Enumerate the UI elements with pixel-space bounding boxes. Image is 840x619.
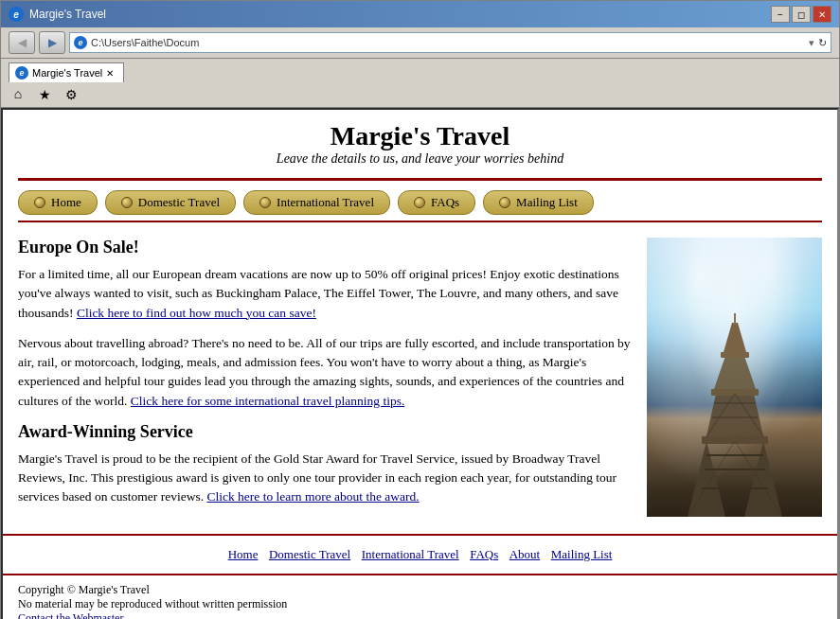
- address-ie-icon: e: [74, 36, 87, 49]
- nav-mailing[interactable]: Mailing List: [483, 190, 594, 215]
- nav-domestic[interactable]: Domestic Travel: [105, 190, 236, 215]
- favorites-icon[interactable]: ★: [35, 85, 54, 104]
- nav-home[interactable]: Home: [18, 190, 98, 215]
- footer-mailing[interactable]: Mailing List: [551, 547, 613, 561]
- toolbar-row: ⌂ ★ ⚙: [1, 82, 839, 108]
- europe-section-title: Europe On Sale!: [18, 238, 632, 257]
- svg-marker-1: [744, 441, 782, 517]
- nav-international-label: International Travel: [277, 195, 374, 210]
- main-content: Europe On Sale! For a limited time, all …: [3, 230, 837, 526]
- footer-nav: Home Domestic Travel International Trave…: [3, 534, 837, 575]
- nav-dot-domestic: [121, 197, 133, 208]
- settings-icon[interactable]: ⚙: [62, 85, 80, 104]
- site-title: Margie's Travel: [3, 121, 837, 151]
- svg-rect-2: [702, 436, 768, 444]
- europe-savings-link[interactable]: Click here to find out how much you can …: [77, 306, 316, 320]
- browser-window: e Margie's Travel − ◻ ✕ ◀ ▶ e C:\Users\F…: [0, 0, 840, 619]
- footer-domestic[interactable]: Domestic Travel: [269, 547, 350, 561]
- close-button[interactable]: ✕: [813, 6, 831, 23]
- header-divider: [18, 178, 822, 181]
- award-para: Margie's Travel is proud to be the recip…: [18, 450, 632, 507]
- tab-ie-icon: e: [15, 66, 28, 80]
- forward-button[interactable]: ▶: [39, 31, 65, 54]
- nav-domestic-label: Domestic Travel: [138, 195, 220, 210]
- nav-faqs[interactable]: FAQs: [398, 190, 475, 215]
- refresh-icon[interactable]: ↻: [818, 37, 827, 49]
- minimize-button[interactable]: −: [771, 6, 790, 23]
- restore-button[interactable]: ◻: [792, 6, 811, 23]
- nav-mailing-label: Mailing List: [516, 195, 578, 210]
- svg-rect-8: [734, 313, 736, 325]
- nav-divider: [18, 221, 822, 222]
- nav-dot-international: [259, 197, 271, 208]
- nav-dot-faqs: [414, 197, 425, 208]
- nav-home-label: Home: [51, 195, 81, 210]
- copyright-text: Copyright © Margie's Travel: [18, 583, 822, 597]
- tab-close-icon[interactable]: ✕: [106, 68, 114, 79]
- address-bar: ◀ ▶ e C:\Users\Faithe\Docum ▾ ↻: [1, 27, 839, 59]
- back-button[interactable]: ◀: [9, 31, 35, 54]
- browser-tab[interactable]: e Margie's Travel ✕: [9, 62, 124, 82]
- svg-marker-5: [714, 356, 756, 389]
- title-bar: e Margie's Travel − ◻ ✕: [1, 1, 839, 27]
- eiffel-tower-image: [647, 238, 822, 517]
- site-tagline: Leave the details to us, and leave your …: [3, 151, 837, 167]
- page-content: Margie's Travel Leave the details to us,…: [3, 110, 837, 619]
- address-separator: ▾: [809, 37, 814, 49]
- page-area: Margie's Travel Leave the details to us,…: [1, 108, 839, 619]
- footer-about[interactable]: About: [509, 547, 541, 561]
- footer-home[interactable]: Home: [228, 547, 259, 561]
- svg-rect-6: [721, 352, 749, 358]
- footer-international[interactable]: International Travel: [362, 547, 459, 561]
- nav-international[interactable]: International Travel: [243, 190, 390, 215]
- permission-text: No material may be reproduced without wr…: [18, 597, 822, 611]
- eiffel-svg: [678, 309, 792, 517]
- tab-bar: e Margie's Travel ✕: [1, 59, 839, 82]
- home-toolbar-icon[interactable]: ⌂: [9, 85, 27, 104]
- title-bar-controls: − ◻ ✕: [771, 6, 831, 23]
- footer-faqs[interactable]: FAQs: [470, 547, 498, 561]
- svg-marker-7: [724, 323, 746, 352]
- nav-dot-mailing: [499, 197, 510, 208]
- address-text: C:\Users\Faithe\Docum: [91, 37, 805, 48]
- award-link[interactable]: Click here to learn more about the award…: [206, 489, 419, 504]
- window-title: Margie's Travel: [29, 8, 106, 21]
- europe-para-2: Nervous about travelling abroad? There's…: [18, 334, 632, 411]
- title-bar-left: e Margie's Travel: [9, 7, 106, 22]
- contact-webmaster-link[interactable]: Contact the Webmaster: [18, 611, 123, 620]
- international-tips-link[interactable]: Click here for some international travel…: [131, 394, 404, 408]
- ie-icon: e: [9, 7, 24, 22]
- svg-marker-0: [688, 441, 725, 517]
- address-field[interactable]: e C:\Users\Faithe\Docum ▾ ↻: [69, 32, 831, 53]
- nav-dot-home: [34, 197, 45, 208]
- europe-para-1: For a limited time, all our European dre…: [18, 265, 632, 323]
- nav-faqs-label: FAQs: [431, 195, 459, 210]
- tab-label: Margie's Travel: [32, 67, 102, 79]
- content-text: Europe On Sale! For a limited time, all …: [18, 238, 632, 519]
- award-section-title: Award-Winning Service: [18, 422, 632, 442]
- svg-marker-3: [706, 394, 763, 436]
- svg-rect-4: [711, 389, 759, 396]
- site-header: Margie's Travel Leave the details to us,…: [3, 110, 837, 174]
- nav-bar: Home Domestic Travel International Trave…: [3, 185, 837, 221]
- footer-section: Copyright © Margie's Travel No material …: [3, 575, 837, 620]
